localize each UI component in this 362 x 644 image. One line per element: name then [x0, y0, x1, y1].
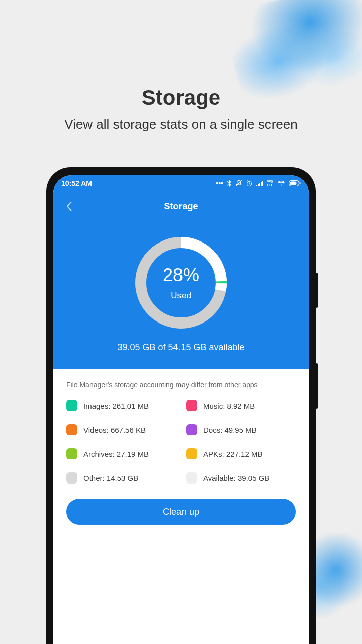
- usage-panel: 28% Used 39.05 GB of 54.15 GB available: [53, 221, 309, 369]
- promo-subtitle: View all storage stats on a single scree…: [0, 117, 362, 132]
- category-docs[interactable]: Docs: 49.95 MB: [186, 424, 296, 435]
- category-images[interactable]: Images: 261.01 MB: [66, 400, 176, 411]
- category-archives[interactable]: Archives: 27.19 MB: [66, 448, 176, 459]
- svg-rect-2: [256, 185, 257, 186]
- usage-label: Used: [163, 291, 199, 301]
- details-panel: File Manager's storage accounting may di…: [53, 369, 309, 644]
- swatch-apks: [186, 448, 197, 459]
- swatch-available: [186, 472, 197, 484]
- phone-screen: 10:52 AM ••• Vo)LTE: [53, 175, 309, 644]
- accounting-note: File Manager's storage accounting may di…: [66, 381, 296, 389]
- svg-rect-8: [290, 182, 297, 185]
- status-time: 10:52 AM: [61, 179, 92, 187]
- more-icon: •••: [216, 179, 223, 187]
- svg-rect-6: [262, 181, 263, 186]
- category-music[interactable]: Music: 8.92 MB: [186, 400, 296, 411]
- phone-frame: 10:52 AM ••• Vo)LTE: [46, 167, 316, 644]
- svg-rect-9: [300, 182, 301, 184]
- app-header: Storage: [53, 191, 309, 221]
- signal-icon: [256, 180, 263, 186]
- swatch-other: [66, 472, 77, 484]
- category-legend: Images: 261.01 MB Music: 8.92 MB Videos:…: [66, 400, 296, 484]
- swatch-music: [186, 400, 197, 411]
- category-label: Archives: 27.19 MB: [83, 450, 149, 458]
- silent-icon: [235, 180, 242, 187]
- battery-icon: [289, 180, 301, 186]
- cleanup-button[interactable]: Clean up: [66, 499, 296, 525]
- screen-title: Storage: [53, 201, 309, 212]
- category-videos[interactable]: Videos: 667.56 KB: [66, 424, 176, 435]
- category-label: Music: 8.92 MB: [203, 401, 255, 410]
- category-label: Available: 39.05 GB: [203, 474, 269, 482]
- bluetooth-icon: [227, 180, 232, 187]
- promo-block: Storage View all storage stats on a sing…: [0, 86, 362, 132]
- svg-line-0: [236, 180, 242, 186]
- category-other[interactable]: Other: 14.53 GB: [66, 472, 176, 484]
- category-label: Docs: 49.95 MB: [203, 426, 257, 434]
- svg-rect-3: [258, 184, 259, 186]
- usage-ring: 28% Used: [134, 235, 228, 330]
- usage-percent: 28%: [163, 265, 199, 286]
- category-label: APKs: 227.12 MB: [203, 450, 262, 458]
- svg-rect-5: [261, 182, 262, 186]
- volte-icon: Vo)LTE: [267, 179, 274, 187]
- promo-title: Storage: [0, 86, 362, 110]
- swatch-archives: [66, 448, 77, 459]
- svg-rect-4: [259, 183, 260, 186]
- available-text: 39.05 GB of 54.15 GB available: [117, 342, 244, 353]
- swatch-images: [66, 400, 77, 411]
- swatch-docs: [186, 424, 197, 435]
- category-apks[interactable]: APKs: 227.12 MB: [186, 448, 296, 459]
- category-label: Images: 261.01 MB: [83, 401, 149, 410]
- category-label: Other: 14.53 GB: [83, 474, 138, 482]
- alarm-icon: [246, 180, 253, 187]
- wifi-icon: [277, 180, 285, 186]
- category-available[interactable]: Available: 39.05 GB: [186, 472, 296, 484]
- status-bar: 10:52 AM ••• Vo)LTE: [53, 175, 309, 191]
- back-button[interactable]: [59, 196, 79, 216]
- category-label: Videos: 667.56 KB: [83, 426, 146, 434]
- swatch-videos: [66, 424, 77, 435]
